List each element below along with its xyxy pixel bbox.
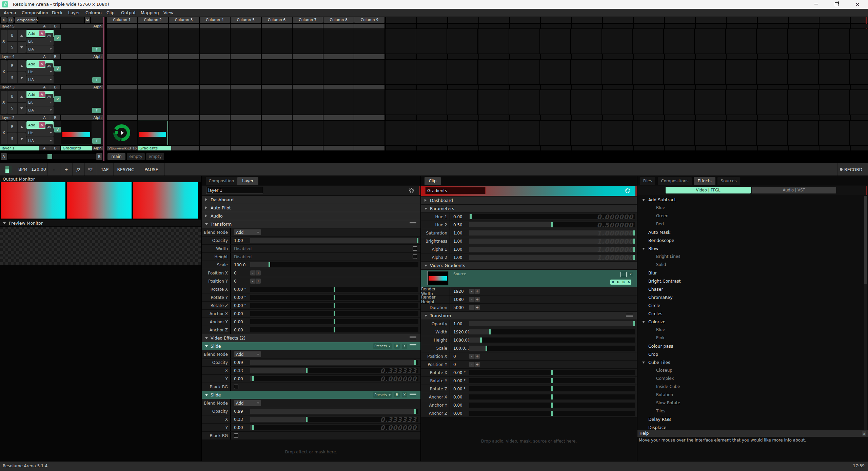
layer-video-button[interactable]: V (54, 127, 61, 132)
effect-bypass-button[interactable]: B (394, 392, 400, 397)
layer-name-layer-4[interactable]: layer 4 (0, 54, 42, 59)
slider-handle[interactable] (551, 394, 553, 400)
width-slider[interactable] (469, 329, 635, 334)
effect-preset-cube-tiles-slow-rotate[interactable]: Slow Rotate (637, 399, 861, 407)
column-header-8[interactable]: Column 8 (323, 17, 354, 23)
section-menu-icon[interactable] (626, 314, 633, 318)
decrement-button[interactable]: - (469, 305, 474, 310)
layer-video-button[interactable]: V (54, 35, 61, 41)
slider-handle[interactable] (633, 239, 635, 244)
crossfader-slider[interactable] (8, 154, 96, 159)
slider-handle[interactable] (334, 287, 335, 292)
layer-av-button[interactable]: AV (45, 94, 53, 100)
alpha-2-slider[interactable]: 1.000000 (469, 255, 635, 260)
anchor-z-slider[interactable] (250, 327, 418, 332)
position-y-stepper[interactable]: -+ (469, 362, 480, 367)
bpm--button[interactable]: - (47, 163, 60, 176)
layer-b-cell[interactable]: B (50, 85, 60, 89)
menu-output[interactable]: Output (121, 9, 136, 17)
layer-av-button[interactable]: AV (45, 124, 53, 130)
rotate-x-slider[interactable] (469, 370, 635, 375)
effect-preset-add-subtract-green[interactable]: Green (637, 212, 861, 220)
crossfader-handle[interactable] (47, 154, 52, 159)
increment-button[interactable]: + (255, 279, 261, 284)
layer-lit-dropdown[interactable]: Lit (26, 38, 54, 45)
restore-button[interactable] (831, 0, 842, 8)
layer-a-cell[interactable]: A (39, 24, 50, 28)
scale-slider[interactable] (250, 262, 418, 267)
layer-up-button[interactable] (18, 91, 26, 102)
hue-2-slider[interactable]: 0.500000 (469, 222, 635, 227)
layer-lia-dropdown[interactable]: LIA (26, 106, 54, 114)
slider-handle[interactable] (633, 255, 635, 260)
effect-preset-cube-tiles-complex[interactable]: Complex (637, 375, 861, 383)
menu-composition[interactable]: Composition (22, 9, 48, 17)
brightness-slider[interactable]: 1.000000 (469, 239, 635, 244)
rgba-buttons[interactable]: RGBA (610, 280, 631, 285)
effect-preset-cube-tiles-rotation[interactable]: Rotation (637, 391, 861, 399)
rotate-z-slider[interactable] (469, 386, 635, 391)
layer-down-button[interactable] (18, 103, 26, 114)
bpm-tap-button[interactable]: TAP (96, 163, 113, 176)
layer-solo-button[interactable]: S (7, 72, 17, 83)
layer-section-dashboard[interactable]: Dashboard (202, 196, 420, 204)
menu-view[interactable]: View (163, 9, 174, 17)
x-slider[interactable]: 0.333333 (250, 368, 418, 373)
layer-section-transform[interactable]: Transform (202, 220, 420, 228)
column-header-6[interactable]: Column 6 (262, 17, 292, 23)
source-close-button[interactable]: x (628, 272, 633, 277)
layer-alpha-cell[interactable]: Alph (92, 54, 103, 59)
slider-handle[interactable] (252, 425, 254, 430)
effect-presets-dropdown[interactable]: Presets (373, 343, 392, 349)
position-x-stepper[interactable]: -+ (250, 270, 261, 275)
slider-handle[interactable] (252, 376, 254, 381)
increment-button[interactable]: + (474, 305, 480, 310)
slider-handle[interactable] (334, 327, 335, 332)
effect-item-blow[interactable]: Blow (637, 245, 861, 252)
effect-preset-colorize-pink[interactable]: Pink (637, 334, 861, 342)
layer-a-cell[interactable]: A (39, 85, 50, 89)
clip-name-input[interactable] (425, 187, 486, 194)
decrement-button[interactable]: - (250, 270, 255, 275)
layer-solo-button[interactable]: S (7, 103, 17, 114)
clip-cell-vjsurvivalkit[interactable] (107, 121, 137, 145)
layer-av-button[interactable]: AV (45, 33, 53, 39)
column-header-4[interactable]: Column 4 (200, 17, 230, 23)
layer-bypass-button[interactable]: B (7, 91, 17, 102)
clear-layer-button[interactable]: X (1, 91, 7, 114)
bpm-2-button[interactable]: /2 (72, 163, 84, 176)
anchor-y-slider[interactable] (469, 403, 635, 408)
layer-down-button[interactable] (18, 72, 26, 83)
layer-lia-dropdown[interactable]: LIA (26, 137, 54, 144)
slider-handle[interactable] (551, 386, 553, 391)
position-y-stepper[interactable]: -+ (250, 279, 261, 284)
section-menu-icon[interactable] (410, 222, 416, 226)
effect-item-colour-pass[interactable]: Colour pass (637, 342, 861, 350)
effect-item-chromakey[interactable]: ChromaKey (637, 293, 861, 301)
position-x-stepper[interactable]: -+ (469, 354, 480, 359)
layer-alpha-cell[interactable]: Alph (92, 24, 103, 28)
clip-section-video-gradients[interactable]: Video: Gradients (421, 262, 637, 269)
slider-handle[interactable] (551, 222, 553, 227)
render-height-stepper[interactable]: -+ (469, 297, 480, 302)
slider-handle[interactable] (551, 370, 553, 375)
alpha-1-slider[interactable]: 1.000000 (469, 247, 635, 252)
duration-stepper[interactable]: -+ (469, 305, 480, 310)
menu-mapping[interactable]: Mapping (141, 9, 159, 17)
channel-g-button[interactable]: G (617, 281, 619, 284)
layer-a-cell[interactable]: A (39, 54, 50, 59)
effect-bypass-button[interactable]: B (394, 344, 400, 349)
layer-name-layer-5[interactable]: layer 5 (0, 24, 42, 28)
column-header-3[interactable]: Column 3 (169, 17, 199, 23)
layer-audio-button[interactable]: A (39, 61, 45, 67)
height-checkbox[interactable] (413, 254, 417, 259)
anchor-x-slider[interactable] (469, 394, 635, 400)
slider-handle[interactable] (334, 303, 335, 308)
slider-handle[interactable] (551, 403, 553, 408)
layer-up-button[interactable] (18, 30, 26, 41)
deck-tab-empty-2[interactable]: empty (146, 153, 164, 160)
column-header-1[interactable]: Column 1 (107, 17, 137, 23)
anchor-z-slider[interactable] (469, 411, 635, 416)
effect-item-circle[interactable]: Circle (637, 302, 861, 309)
decrement-button[interactable]: - (469, 362, 474, 367)
